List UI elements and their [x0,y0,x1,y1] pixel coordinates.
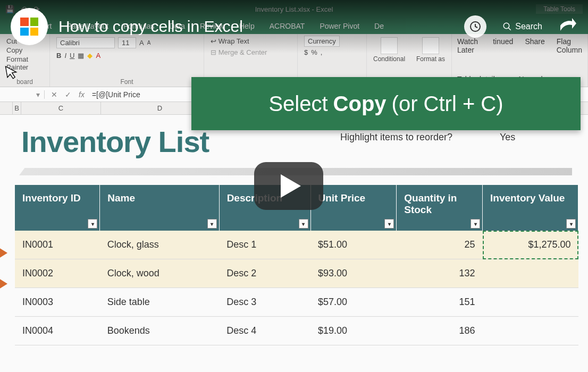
cancel-formula-icon[interactable]: ✕ [51,90,57,99]
cell-name[interactable]: Clock, wood [100,259,219,288]
reorder-value: Yes [500,132,515,143]
cell-name[interactable]: Bookends [100,317,219,345]
worksheet[interactable]: Inventory List Highlight items to reorde… [0,115,588,345]
cell-qty[interactable]: 132 [397,259,483,288]
cell-name[interactable]: Clock, glass [100,231,219,259]
enter-formula-icon[interactable]: ✓ [65,90,71,99]
row-marker-icon [0,248,7,258]
filter-icon[interactable]: ▾ [88,219,97,229]
cell-val[interactable] [483,317,578,345]
cell-val[interactable] [483,259,578,288]
cell-price[interactable]: $93.00 [310,259,397,288]
share-icon[interactable] [558,16,577,37]
header-name[interactable]: Name▾ [100,185,219,231]
header-unit-price[interactable]: Unit Price▾ [310,185,397,231]
cell-desc[interactable]: Desc 4 [219,317,310,345]
cell-desc[interactable]: Desc 3 [219,288,310,317]
cell-val[interactable] [483,288,578,317]
row-marker-icon [0,278,7,289]
svg-point-1 [504,23,510,29]
cell-qty[interactable]: 151 [397,288,483,317]
formula-text[interactable]: =[@[Unit Price [92,90,140,99]
header-qty[interactable]: Quantity in Stock▾ [397,185,483,231]
cell-id[interactable]: IN0002 [15,259,100,288]
microsoft-logo-icon[interactable] [11,8,48,45]
filter-icon[interactable]: ▾ [384,219,394,229]
svg-line-2 [509,28,511,30]
filter-icon[interactable]: ▾ [566,219,576,229]
table-row[interactable]: IN0004BookendsDesc 4$19.00186 [15,317,578,345]
table-row[interactable]: IN0001Clock, glassDesc 1$51.0025$1,275.0… [15,231,578,259]
cell-id[interactable]: IN0003 [15,288,100,317]
video-title: How to copy cells in Excel [58,18,464,36]
filter-icon[interactable]: ▾ [299,219,308,229]
fx-icon[interactable]: fx [79,90,85,99]
watch-later-icon[interactable] [464,15,486,38]
filter-icon[interactable]: ▾ [207,219,217,229]
cell-val[interactable]: $1,275.00 [483,231,578,259]
font-label: Font [56,78,197,86]
col-header-b[interactable]: B [13,102,21,114]
play-button[interactable] [254,162,323,210]
header-value[interactable]: Inventory Value▾ [483,185,578,231]
cell-price[interactable]: $19.00 [310,317,397,345]
cell-qty[interactable]: 186 [397,317,483,345]
name-box[interactable]: ▾ [0,90,45,99]
play-icon [281,174,301,198]
filter-icon[interactable]: ▾ [471,219,480,229]
cell-qty[interactable]: 25 [397,231,483,259]
search-icon [502,22,512,31]
cell-desc[interactable]: Desc 1 [219,231,310,259]
cell-price[interactable]: $51.00 [310,231,397,259]
reorder-label: Highlight items to reorder? [340,132,452,143]
table-row[interactable]: IN0002Clock, woodDesc 2$93.00132 [15,259,578,288]
video-header: How to copy cells in Excel Search [0,0,588,53]
cell-name[interactable]: Side table [100,288,219,317]
header-inventory-id[interactable]: Inventory ID▾ [15,185,100,231]
table-row[interactable]: IN0003Side tableDesc 3$57.00151 [15,288,578,317]
col-header-c[interactable]: C [21,102,101,114]
page-title: Inventory List [21,124,209,159]
cell-price[interactable]: $57.00 [310,288,397,317]
instruction-banner: Select Copy (or Ctrl + C) [191,77,581,130]
cell-id[interactable]: IN0001 [15,231,100,259]
search-box[interactable]: Search [502,22,542,31]
cell-desc[interactable]: Desc 2 [219,259,310,288]
cell-id[interactable]: IN0004 [15,317,100,345]
